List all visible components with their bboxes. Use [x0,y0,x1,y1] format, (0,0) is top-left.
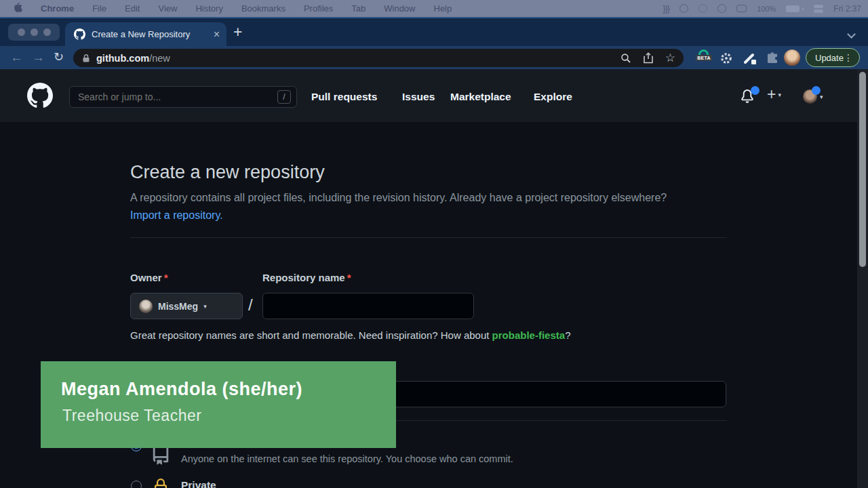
pen-extension-icon[interactable] [742,50,758,66]
menu-file[interactable]: File [92,3,106,14]
repository-name-label: Repository name* [262,272,351,283]
menu-edit[interactable]: Edit [125,3,140,14]
repo-name-hint: Great repository names are short and mem… [130,329,570,341]
menu-chrome[interactable]: Chrome [41,3,74,14]
battery-percent: 100% [757,5,776,13]
menu-history[interactable]: History [195,3,222,14]
display-status-icon[interactable] [736,5,747,12]
screen: Chrome File Edit View History Bookmarks … [0,0,868,488]
window-controls [8,24,60,41]
owner-select-button[interactable]: MissMeg ▾ [130,293,243,319]
notifications-bell-icon[interactable] [741,89,757,106]
github-search-box[interactable]: / [69,86,297,108]
menu-bookmarks[interactable]: Bookmarks [241,3,285,14]
user-menu[interactable]: ▾ [803,89,823,104]
search-shortcut-badge: / [277,90,291,104]
extensions-puzzle-icon[interactable] [765,51,780,66]
menu-view[interactable]: View [158,3,177,14]
required-asterisk: * [347,272,351,283]
tab-title: Create a New Repository [92,29,214,39]
url-host: github.com [96,53,149,64]
apple-icon[interactable] [14,2,22,15]
browser-tab[interactable]: Create a New Repository × [65,22,226,46]
github-logo-icon[interactable] [27,83,53,111]
window-close-button[interactable] [18,28,25,36]
window-zoom-button[interactable] [43,28,51,36]
nav-pull-requests[interactable]: Pull requests [311,91,377,103]
back-button[interactable]: ← [10,51,23,64]
nav-marketplace[interactable]: Marketplace [450,91,511,103]
zoom-icon[interactable] [620,53,631,64]
tab-search-chevron-icon[interactable] [848,31,855,38]
browser-menu-icon[interactable]: ⋮ [844,52,853,63]
address-bar[interactable]: github.com /new ☆ [73,49,684,67]
scrollbar-thumb[interactable] [859,72,866,267]
owner-label: Owner* [130,272,168,283]
repository-name-input[interactable] [262,293,474,319]
page-title: Create a new repository [130,162,325,183]
reload-button[interactable]: ↻ [54,51,64,63]
user-menu-caret-icon: ▾ [820,94,823,100]
menubar-clock[interactable]: Fri 2:37 [833,4,861,14]
menu-tab[interactable]: Tab [351,3,366,14]
required-asterisk: * [164,272,168,283]
update-button[interactable]: Update ⋮ [806,48,860,67]
private-radio[interactable] [131,481,142,488]
presenter-role: Treehouse Teacher [62,407,201,425]
create-new-button[interactable]: + ▾ [767,87,781,102]
presenter-name: Megan Amendola (she/her) [61,379,302,400]
avatar-notification-dot [812,86,821,95]
repo-book-icon [151,445,171,468]
menu-help[interactable]: Help [434,3,452,14]
suggested-repo-name[interactable]: probable-fiesta [492,329,566,341]
create-new-caret-icon: ▾ [778,92,781,98]
browser-profile-avatar[interactable] [784,49,800,66]
menu-profiles[interactable]: Profiles [304,3,333,14]
section-divider [130,237,727,238]
new-tab-button[interactable]: + [233,24,242,40]
owner-repo-separator: / [248,296,253,314]
battery-icon[interactable] [786,5,804,12]
public-description: Anyone on the internet can see this repo… [181,453,513,464]
page-intro: A repository contains all project files,… [130,189,693,224]
control-center-icon[interactable] [814,5,823,13]
url-path: /new [149,53,170,64]
extension-flower-icon[interactable] [719,51,734,66]
search-input[interactable] [78,92,277,102]
nav-issues[interactable]: Issues [402,91,435,103]
forward-button[interactable]: → [32,51,45,64]
beta-extension-icon[interactable]: BETA [694,49,713,61]
menu-window[interactable]: Window [384,3,415,14]
private-label: Private [181,479,216,488]
bookmark-star-icon[interactable]: ☆ [665,52,675,64]
owner-name: MissMeg [158,301,198,312]
notification-dot [751,86,760,95]
import-repository-link[interactable]: Import a repository. [130,209,223,221]
record-status-icon[interactable] [717,4,726,13]
macos-menubar: Chrome File Edit View History Bookmarks … [0,0,868,17]
nav-explore[interactable]: Explore [534,91,572,103]
private-lock-icon [153,479,169,488]
window-minimize-button[interactable] [31,28,38,36]
coin-status-icon[interactable] [679,4,688,13]
owner-caret-icon: ▾ [203,303,207,310]
github-favicon [74,28,85,40]
squiggle-status-icon[interactable]: }}} [663,3,669,14]
dnd-status-icon[interactable] [698,4,707,13]
tab-close-icon[interactable]: × [214,29,220,40]
share-icon[interactable] [643,52,654,64]
owner-avatar [139,300,153,313]
presenter-lower-third: Megan Amendola (she/her) Treehouse Teach… [41,361,396,448]
lock-icon[interactable] [82,54,90,63]
